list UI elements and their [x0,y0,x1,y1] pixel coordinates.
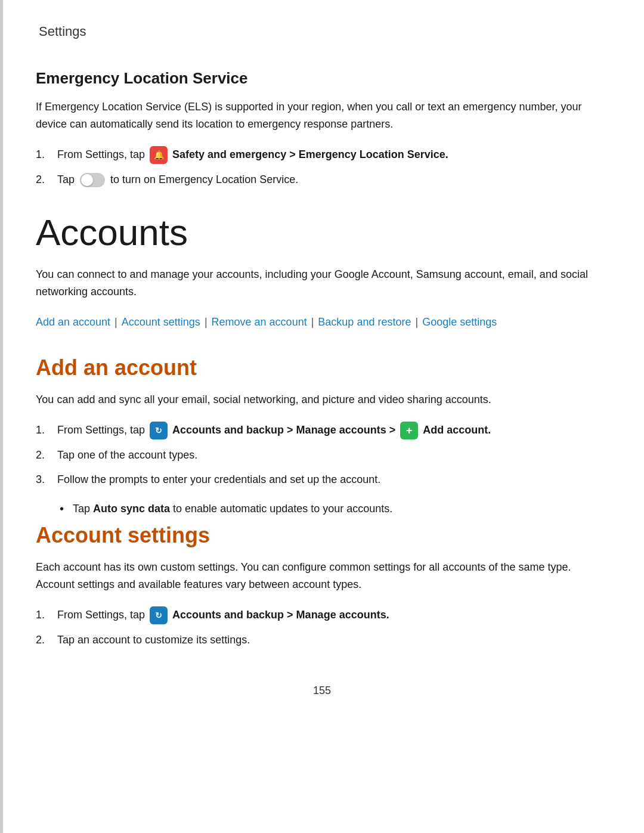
nav-link-add-account[interactable]: Add an account [36,316,110,328]
add-step-3-content: Follow the prompts to enter your credent… [57,471,608,488]
nav-sep-3: | [308,316,317,328]
add-step-number-2: 2. [36,447,57,464]
page-number: 155 [36,685,608,697]
acc-step-2-content: Tap an account to customize its settings… [57,631,608,649]
add-account-steps-list: 1. From Settings, tap ↻ Accounts and bac… [36,422,608,488]
toggle-knob [81,174,93,186]
add-step-1-bold: Accounts and backup > Manage accounts > [172,424,395,436]
account-settings-body: Each account has its own custom settings… [36,559,608,593]
safety-icon: 🔔 [150,146,168,164]
step-number-1: 1. [36,146,57,163]
account-settings-steps-list: 1. From Settings, tap ↻ Accounts and bac… [36,606,608,649]
add-green-icon: + [400,422,418,439]
page-border [0,0,3,833]
emergency-section-title: Emergency Location Service [36,69,608,88]
add-account-step-1: 1. From Settings, tap ↻ Accounts and bac… [36,422,608,439]
nav-sep-1: | [112,316,120,328]
step-1-content: From Settings, tap 🔔 Safety and emergenc… [57,146,608,164]
nav-links-container: Add an account | Account settings | Remo… [36,313,608,332]
step-number-2: 2. [36,171,57,188]
step-2-content: Tap to turn on Emergency Location Servic… [57,171,608,188]
add-account-bullet-1: • Tap Auto sync data to enable automatic… [60,500,608,518]
account-settings-step-1: 1. From Settings, tap ↻ Accounts and bac… [36,606,608,624]
add-account-step-2: 2. Tap one of the account types. [36,447,608,464]
accounts-main-heading: Accounts [36,212,608,253]
emergency-step-1: 1. From Settings, tap 🔔 Safety and emerg… [36,146,608,164]
acc-step-number-1: 1. [36,606,57,624]
add-account-step-3: 3. Follow the prompts to enter your cred… [36,471,608,488]
nav-sep-2: | [202,316,210,328]
accounts-icon-2: ↻ [150,606,168,624]
bullet-dot-1: • [60,500,73,517]
nav-sep-4: | [412,316,421,328]
acc-step-1-bold: Accounts and backup > Manage accounts. [172,609,389,621]
accounts-icon-1: ↻ [150,422,168,439]
add-step-number-1: 1. [36,422,57,439]
add-step-number-3: 3. [36,471,57,488]
accounts-body: You can connect to and manage your accou… [36,266,608,301]
emergency-step-2: 2. Tap to turn on Emergency Location Ser… [36,171,608,188]
add-step-2-content: Tap one of the account types. [57,447,608,464]
nav-link-google-settings[interactable]: Google settings [422,316,497,328]
toggle-switch[interactable] [80,173,105,187]
auto-sync-bold: Auto sync data [93,503,170,515]
acc-step-number-2: 2. [36,631,57,649]
settings-label: Settings [39,24,608,39]
add-account-heading: Add an account [36,355,608,380]
emergency-steps-list: 1. From Settings, tap 🔔 Safety and emerg… [36,146,608,188]
step-1-bold: Safety and emergency > Emergency Locatio… [172,148,448,160]
nav-link-backup-restore[interactable]: Backup and restore [318,316,411,328]
bullet-1-content: Tap Auto sync data to enable automatic u… [73,500,392,518]
add-step-1-content: From Settings, tap ↻ Accounts and backup… [57,422,608,439]
add-step-1-bold2: Add account. [423,424,491,436]
emergency-body: If Emergency Location Service (ELS) is s… [36,98,608,133]
add-account-bullet-list: • Tap Auto sync data to enable automatic… [60,500,608,518]
add-account-body: You can add and sync all your email, soc… [36,391,608,408]
account-settings-heading: Account settings [36,523,608,548]
acc-step-1-content: From Settings, tap ↻ Accounts and backup… [57,606,608,624]
nav-link-account-settings[interactable]: Account settings [122,316,200,328]
nav-link-remove-account[interactable]: Remove an account [212,316,307,328]
account-settings-step-2: 2. Tap an account to customize its setti… [36,631,608,649]
